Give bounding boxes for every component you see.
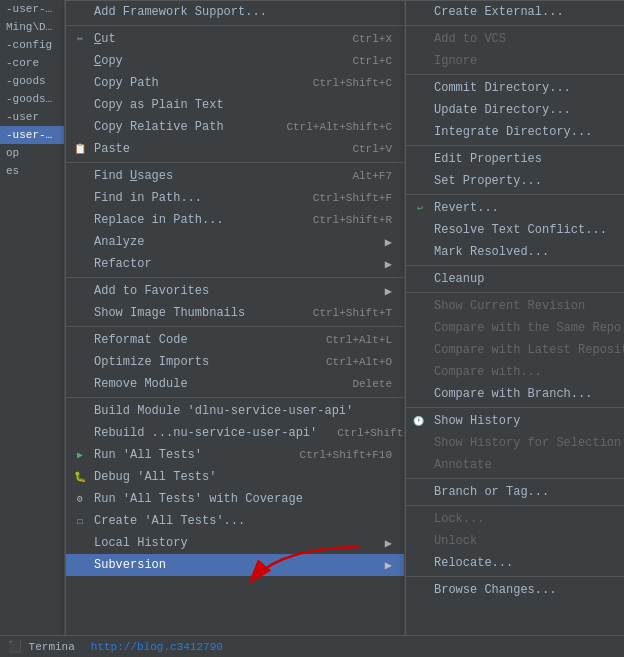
menu-compare-same-repo: Compare with the Same Repo... <box>406 317 624 339</box>
sidebar-item-6[interactable]: -user <box>0 108 64 126</box>
menu-resolve-conflict[interactable]: Resolve Text Conflict... <box>406 219 624 241</box>
menu-add-favorites[interactable]: Add to Favorites ▶ <box>66 280 404 302</box>
menu-copy-relative[interactable]: Copy Relative Path Ctrl+Alt+Shift+C <box>66 116 404 138</box>
menu-analyze[interactable]: Analyze ▶ <box>66 231 404 253</box>
menu-set-property[interactable]: Set Property... <box>406 170 624 192</box>
right-sep-6 <box>406 292 624 293</box>
menu-replace-in-path[interactable]: Replace in Path... Ctrl+Shift+R <box>66 209 404 231</box>
right-sep-4 <box>406 194 624 195</box>
menu-rebuild[interactable]: Rebuild ...nu-service-user-api' Ctrl+Shi… <box>66 422 404 444</box>
url-display: http://blog. c3412790 <box>91 641 223 653</box>
menu-find-in-path[interactable]: Find in Path... Ctrl+Shift+F <box>66 187 404 209</box>
menu-subversion[interactable]: Subversion ▶ <box>66 554 404 576</box>
menu-branch-tag[interactable]: Branch or Tag... <box>406 481 624 503</box>
menu-update-dir[interactable]: Update Directory... <box>406 99 624 121</box>
separator-2 <box>66 162 404 163</box>
menu-commit-dir[interactable]: Commit Directory... <box>406 77 624 99</box>
menu-revert[interactable]: ↩ Revert... <box>406 197 624 219</box>
menu-relocate[interactable]: Relocate... <box>406 552 624 574</box>
menu-reformat[interactable]: Reformat Code Ctrl+Alt+L <box>66 329 404 351</box>
right-sep-5 <box>406 265 624 266</box>
menu-mark-resolved[interactable]: Mark Resolved... <box>406 241 624 263</box>
sidebar-item-3[interactable]: -core <box>0 54 64 72</box>
debug-icon: 🐛 <box>72 469 88 485</box>
sidebar-item-1[interactable]: Ming\Desk <box>0 18 64 36</box>
right-sep-1 <box>406 25 624 26</box>
menu-browse-changes[interactable]: Browse Changes... <box>406 579 624 601</box>
menu-edit-props[interactable]: Edit Properties <box>406 148 624 170</box>
menu-cut[interactable]: ✂ Cut Ctrl+X <box>66 28 404 50</box>
terminal-label[interactable]: ⬛ Termina <box>8 640 75 653</box>
menu-debug-tests[interactable]: 🐛 Debug 'All Tests' <box>66 466 404 488</box>
menu-copy[interactable]: Copy Ctrl+C <box>66 50 404 72</box>
menu-remove-module[interactable]: Remove Module Delete <box>66 373 404 395</box>
separator-1 <box>66 25 404 26</box>
menu-local-history[interactable]: Local History ▶ <box>66 532 404 554</box>
right-sep-9 <box>406 505 624 506</box>
right-sep-7 <box>406 407 624 408</box>
copy-icon <box>72 53 88 69</box>
menu-build-module[interactable]: Build Module 'dlnu-service-user-api' <box>66 400 404 422</box>
sidebar-item-8[interactable]: op <box>0 144 64 162</box>
revert-icon: ↩ <box>412 200 428 216</box>
coverage-icon: ⚙ <box>72 491 88 507</box>
submenu-arrow-4: ▶ <box>385 536 392 551</box>
separator-3 <box>66 277 404 278</box>
sidebar-item-7[interactable]: -user-api <box>0 126 64 144</box>
menu-annotate: Annotate <box>406 454 624 476</box>
submenu-arrow-5: ▶ <box>385 558 392 573</box>
menu-cleanup[interactable]: Cleanup <box>406 268 624 290</box>
menu-add-vcs: Add to VCS <box>406 28 624 50</box>
sidebar-item-9[interactable]: es <box>0 162 64 180</box>
menu-integrate-dir[interactable]: Integrate Directory... <box>406 121 624 143</box>
menu-refactor[interactable]: Refactor ▶ <box>66 253 404 275</box>
submenu-arrow-3: ▶ <box>385 284 392 299</box>
paste-icon: 📋 <box>72 141 88 157</box>
menu-copy-plain[interactable]: Copy as Plain Text <box>66 94 404 116</box>
run-icon: ▶ <box>72 447 88 463</box>
sidebar-item-2[interactable]: -config <box>0 36 64 54</box>
right-sep-10 <box>406 576 624 577</box>
menu-create-tests[interactable]: ☐ Create 'All Tests'... <box>66 510 404 532</box>
menu-copy-path[interactable]: Copy Path Ctrl+Shift+C <box>66 72 404 94</box>
menu-show-current-revision: Show Current Revision <box>406 295 624 317</box>
right-sep-3 <box>406 145 624 146</box>
menu-ignore: Ignore <box>406 50 624 72</box>
menu-compare-branch[interactable]: Compare with Branch... <box>406 383 624 405</box>
menu-paste[interactable]: 📋 Paste Ctrl+V <box>66 138 404 160</box>
menu-unlock: Unlock <box>406 530 624 552</box>
menu-create-external[interactable]: Create External... <box>406 1 624 23</box>
cut-icon: ✂ <box>72 31 88 47</box>
separator-4 <box>66 326 404 327</box>
menu-compare-latest: Compare with Latest Reposit... <box>406 339 624 361</box>
menu-run-coverage[interactable]: ⚙ Run 'All Tests' with Coverage <box>66 488 404 510</box>
menu-find-usages[interactable]: Find Usages Alt+F7 <box>66 165 404 187</box>
menu-show-thumbnails[interactable]: Show Image Thumbnails Ctrl+Shift+T <box>66 302 404 324</box>
history-icon: 🕐 <box>410 413 426 429</box>
menu-lock: Lock... <box>406 508 624 530</box>
submenu-arrow: ▶ <box>385 235 392 250</box>
menu-compare-with: Compare with... <box>406 361 624 383</box>
menu-add-framework[interactable]: Add Framework Support... <box>66 1 404 23</box>
right-sep-2 <box>406 74 624 75</box>
menu-show-history-selection: Show History for Selection <box>406 432 624 454</box>
separator-5 <box>66 397 404 398</box>
sidebar: -user-api Ming\Desk -config -core -goods… <box>0 0 65 657</box>
sidebar-item-5[interactable]: -goods-ap <box>0 90 64 108</box>
menu-optimize-imports[interactable]: Optimize Imports Ctrl+Alt+O <box>66 351 404 373</box>
sidebar-item-4[interactable]: -goods <box>0 72 64 90</box>
status-bar: ⬛ Termina http://blog. c3412790 <box>0 635 624 657</box>
menu-show-history[interactable]: 🕐 Show History <box>406 410 624 432</box>
context-menu-right: Create External... Add to VCS Ignore Com… <box>405 0 624 657</box>
context-menu-left: Add Framework Support... ✂ Cut Ctrl+X Co… <box>65 0 405 657</box>
menu-run-tests[interactable]: ▶ Run 'All Tests' Ctrl+Shift+F10 <box>66 444 404 466</box>
right-sep-8 <box>406 478 624 479</box>
create-icon: ☐ <box>72 513 88 529</box>
sidebar-item-0[interactable]: -user-api <box>0 0 64 18</box>
submenu-arrow-2: ▶ <box>385 257 392 272</box>
